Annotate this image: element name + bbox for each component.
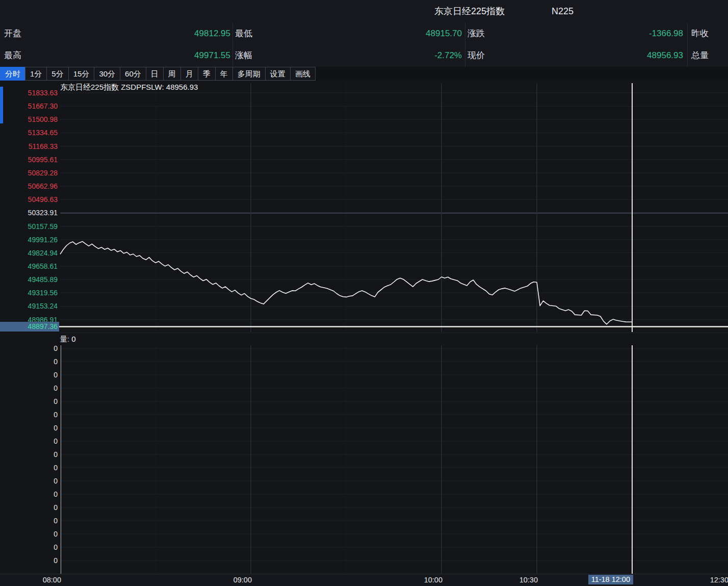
change-pct-label: 涨幅 [235, 44, 252, 67]
tab-1分[interactable]: 1分 [25, 67, 47, 81]
total-volume-label: 总量 [691, 44, 709, 67]
open-label: 开盘 [4, 22, 21, 44]
x-axis-tick: 09:00 [233, 576, 252, 584]
chart-region[interactable]: 东京日经225指数 ZSDPFSLW: 48956.93 51833.63516… [0, 81, 728, 574]
high-value: 49971.55 [66, 44, 230, 67]
tab-60分[interactable]: 60分 [120, 67, 146, 81]
tab-设置[interactable]: 设置 [265, 67, 291, 81]
crosshair-time-badge: 11-18 12:00 [588, 575, 633, 584]
prev-close-label: 昨收 [691, 22, 709, 44]
quote-column-divider [465, 22, 465, 67]
last-price-value: 48956.93 [535, 44, 683, 67]
volume-axis-zero: 0 [2, 529, 58, 539]
chart-canvas[interactable] [0, 81, 728, 574]
y-axis-tick: 50323.91 [2, 208, 58, 217]
volume-axis-zero: 0 [2, 370, 58, 379]
quote-column-divider [687, 22, 688, 67]
open-value: 49812.95 [66, 22, 230, 44]
volume-value: 0 [71, 335, 75, 343]
last-price-label: 现价 [467, 44, 485, 67]
y-axis-tick: 50157.59 [2, 222, 58, 231]
volume-axis-zero: 0 [2, 410, 58, 419]
y-axis-tick: 50662.96 [2, 182, 58, 191]
change-value: -1366.98 [535, 22, 683, 44]
tab-画线[interactable]: 画线 [290, 67, 316, 81]
volume-axis-zero: 0 [2, 516, 58, 525]
volume-axis-zero: 0 [2, 543, 58, 552]
volume-axis-zero: 0 [2, 423, 58, 432]
y-axis-tick: 49658.61 [2, 262, 58, 271]
x-axis-tick: 10:30 [519, 576, 538, 584]
y-axis-tick: 49319.56 [2, 288, 58, 297]
y-axis-tick: 49485.89 [2, 275, 58, 284]
volume-axis-zero: 0 [2, 450, 58, 459]
volume-label: 量: [60, 335, 69, 343]
tab-年[interactable]: 年 [215, 67, 233, 81]
y-axis-tick: 51168.33 [2, 142, 58, 151]
high-label: 最高 [4, 44, 21, 67]
volume-axis-zero: 0 [2, 357, 58, 366]
y-axis-tick: 51833.63 [2, 88, 58, 97]
y-axis-tick: 50496.63 [2, 195, 58, 204]
title-bar: 东京日经225指数 N225 [0, 0, 728, 23]
tab-15分[interactable]: 15分 [68, 67, 95, 81]
volume-axis-zero: 0 [2, 437, 58, 446]
chart-overlay-title: 东京日经225指数 ZSDPFSLW: 48956.93 [60, 83, 198, 92]
volume-readout: 量: 0 [60, 335, 76, 344]
volume-axis-zero: 0 [2, 397, 58, 406]
instrument-name: 东京日经225指数 [434, 0, 505, 22]
tab-多周期[interactable]: 多周期 [232, 67, 266, 81]
tab-月[interactable]: 月 [180, 67, 198, 81]
tab-分时[interactable]: 分时 [0, 67, 25, 81]
y-axis-tick: 51500.98 [2, 115, 58, 124]
y-axis-tick: 51334.65 [2, 128, 58, 137]
volume-axis-zero: 0 [2, 503, 58, 512]
tab-周[interactable]: 周 [163, 67, 181, 81]
volume-axis-zero: 0 [2, 476, 58, 486]
y-axis-tick: 49153.24 [2, 301, 58, 311]
period-tab-bar: 分时1分5分15分30分60分日周月季年多周期设置画线 [0, 67, 728, 81]
volume-axis-zero: 0 [2, 463, 58, 472]
instrument-code: N225 [552, 0, 574, 22]
y-axis-tick: 49991.26 [2, 235, 58, 244]
volume-axis-zero: 0 [2, 556, 58, 565]
change-label: 涨跌 [467, 22, 485, 44]
tab-季[interactable]: 季 [198, 67, 216, 81]
time-axis: 08:0009:0010:0010:3011-18 12:0012:30 [0, 574, 728, 586]
y-axis-tick: 51667.30 [2, 101, 58, 111]
volume-axis-zero: 0 [2, 344, 58, 353]
volume-axis-zero: 0 [2, 384, 58, 393]
trading-app-window: 东京日经225指数 N225 开盘 49812.95 最低 48915.70 涨… [0, 0, 728, 586]
quote-column-divider [232, 22, 233, 67]
low-label: 最低 [235, 22, 252, 44]
tab-5分[interactable]: 5分 [46, 67, 68, 81]
volume-axis-zero: 0 [2, 490, 58, 499]
x-axis-tick: 12:30 [710, 576, 728, 584]
price-axis: 51833.6351667.3051500.9851334.6551168.33… [0, 81, 59, 336]
y-axis-tick: 50995.61 [2, 155, 58, 164]
y-axis-tick: 49824.94 [2, 248, 58, 258]
x-axis-tick: 08:00 [43, 576, 61, 584]
scroll-indicator-bar[interactable] [0, 87, 3, 123]
x-axis-tick: 10:00 [424, 576, 443, 584]
quote-bar: 开盘 49812.95 最低 48915.70 涨跌 -1366.98 昨收 最… [0, 22, 728, 67]
low-value: 48915.70 [306, 22, 462, 44]
tab-日[interactable]: 日 [146, 67, 164, 81]
crosshair-price-badge: 48897.36 [0, 322, 59, 332]
change-pct-value: -2.72% [306, 44, 462, 67]
tab-30分[interactable]: 30分 [94, 67, 120, 81]
y-axis-tick: 50829.28 [2, 168, 58, 177]
